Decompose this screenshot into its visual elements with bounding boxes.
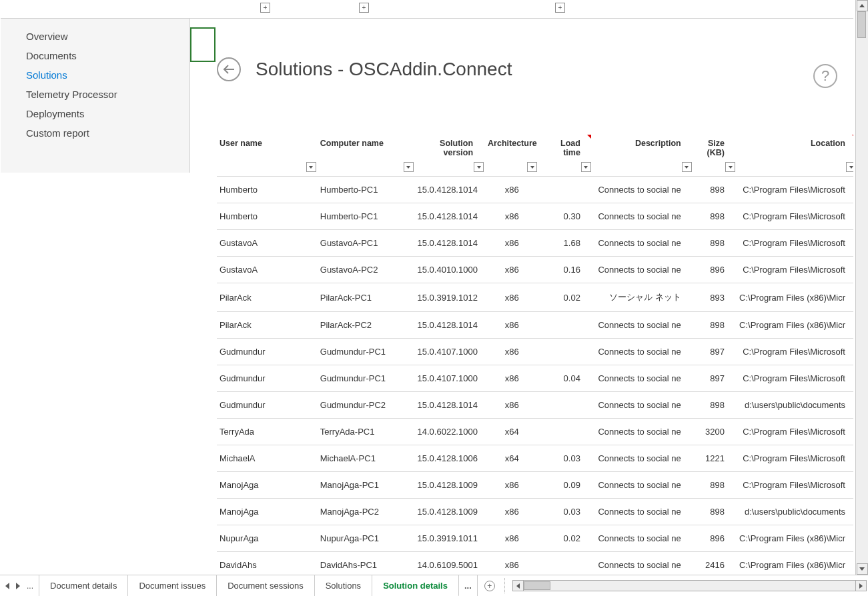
column-label: Computer name (320, 139, 384, 148)
table-cell: 0.02 (538, 525, 592, 552)
table-row[interactable]: GudmundurGudmundur-PC215.0.4128.1014x86C… (217, 392, 853, 419)
table-cell: 15.0.4128.1014 (415, 392, 486, 419)
table-cell: x86 (485, 177, 538, 203)
tab-nav-more[interactable]: ... (27, 581, 33, 591)
column-filter-button[interactable] (581, 162, 591, 172)
table-cell: 15.0.4128.1014 (415, 230, 486, 257)
table-cell: DavidAhs (217, 552, 318, 575)
table-row[interactable]: ManojAgaManojAga-PC115.0.4128.1009x860.0… (217, 472, 853, 499)
table-row[interactable]: NupurAgaNupurAga-PC115.0.3919.1011x860.0… (217, 525, 853, 552)
scroll-left-button[interactable] (512, 580, 524, 591)
sidebar-item-custom-report[interactable]: Custom report (1, 123, 189, 143)
table-row[interactable]: ManojAgaManojAga-PC215.0.4128.1009x860.0… (217, 499, 853, 525)
table-row[interactable]: PilarAckPilarAck-PC115.0.3919.1012x860.0… (217, 283, 853, 312)
sidebar-item-overview[interactable]: Overview (1, 27, 189, 46)
table-cell: 0.30 (538, 203, 592, 230)
outline-expand-button[interactable]: + (555, 3, 565, 13)
tab-scroll-right-icon[interactable] (16, 583, 20, 589)
table-cell: C:\Program Files (x86)\Micr (737, 525, 853, 552)
scroll-up-button[interactable] (857, 0, 868, 11)
table-row[interactable]: DavidAhsDavidAhs-PC114.0.6109.5001x86Con… (217, 552, 853, 575)
table-cell: 898 (693, 472, 737, 499)
scroll-right-button[interactable] (855, 580, 867, 591)
page-header: Solutions - OSCAddin.Connect (190, 19, 853, 81)
table-cell: PilarAck-PC1 (318, 283, 415, 312)
table-cell: x64 (485, 419, 538, 445)
table-cell: 897 (693, 365, 737, 392)
table-cell: C:\Program Files (x86)\Micr (737, 552, 853, 575)
tab-nav-controls: ... (0, 575, 39, 596)
column-filter-button[interactable] (404, 162, 414, 172)
table-cell: 3200 (693, 419, 737, 445)
table-cell: x86 (485, 365, 538, 392)
tab-solution-details[interactable]: Solution details (372, 575, 459, 596)
tab-document-details[interactable]: Document details (39, 575, 128, 596)
table-row[interactable]: GudmundurGudmundur-PC115.0.4107.1000x860… (217, 365, 853, 392)
table-cell: x86 (485, 525, 538, 552)
table-cell: Humberto (217, 203, 318, 230)
column-filter-button[interactable] (474, 162, 484, 172)
help-button[interactable]: ? (813, 64, 837, 88)
table-cell: GustavoA-PC1 (318, 230, 415, 257)
table-row[interactable]: HumbertoHumberto-PC115.0.4128.1014x86Con… (217, 177, 853, 203)
outline-expand-button[interactable]: + (260, 3, 270, 13)
table-cell: 15.0.4128.1009 (415, 472, 486, 499)
tab-document-issues[interactable]: Document issues (128, 575, 217, 596)
table-cell: Gudmundur-PC1 (318, 339, 415, 365)
sidebar-item-documents[interactable]: Documents (1, 46, 189, 65)
column-header: User name (217, 132, 318, 177)
horizontal-scrollbar[interactable] (511, 575, 868, 596)
column-filter-button[interactable] (846, 162, 853, 172)
column-header: Architecture (485, 132, 538, 177)
table-cell: x86 (485, 230, 538, 257)
outline-expand-button[interactable]: + (359, 3, 369, 13)
column-label: Size (KB) (707, 139, 725, 157)
sidebar-item-deployments[interactable]: Deployments (1, 104, 189, 123)
page-title: Solutions - OSCAddin.Connect (256, 59, 512, 80)
table-cell: Connects to social ne (592, 257, 693, 283)
table-cell: 15.0.4128.1014 (415, 177, 486, 203)
vscroll-track[interactable] (857, 11, 868, 563)
table-cell: 14.0.6109.5001 (415, 552, 486, 575)
column-filter-button[interactable] (682, 162, 692, 172)
column-filter-button[interactable] (527, 162, 537, 172)
column-filter-button[interactable] (306, 162, 316, 172)
column-header: Computer name (318, 132, 415, 177)
tab-scroll-left-icon[interactable] (5, 583, 9, 589)
scroll-down-button[interactable] (857, 563, 868, 575)
tabs-overflow-button[interactable]: ... (459, 575, 478, 596)
sidebar-item-telemetry-processor[interactable]: Telemetry Processor (1, 85, 189, 104)
table-cell: x86 (485, 339, 538, 365)
table-cell: ManojAga-PC1 (318, 472, 415, 499)
add-sheet-button[interactable]: + (478, 575, 502, 596)
table-cell: 898 (693, 312, 737, 339)
column-header: Size (KB) (693, 132, 737, 177)
sidebar-item-solutions[interactable]: Solutions (1, 65, 189, 85)
table-row[interactable]: GustavoAGustavoA-PC215.0.4010.1000x860.1… (217, 257, 853, 283)
column-filter-button[interactable] (725, 162, 735, 172)
table-row[interactable]: PilarAckPilarAck-PC215.0.4128.1014x86Con… (217, 312, 853, 339)
hscroll-thumb[interactable] (524, 581, 550, 590)
table-cell: Gudmundur-PC2 (318, 392, 415, 419)
table-row[interactable]: MichaelAMichaelA-PC115.0.4128.1006x640.0… (217, 445, 853, 472)
hscroll-track[interactable] (524, 580, 855, 591)
vscroll-thumb[interactable] (857, 11, 866, 38)
vertical-scrollbar[interactable] (855, 0, 868, 575)
table-row[interactable]: GustavoAGustavoA-PC115.0.4128.1014x861.6… (217, 230, 853, 257)
table-cell: Connects to social ne (592, 472, 693, 499)
back-button[interactable] (217, 57, 241, 81)
table-cell: PilarAck (217, 312, 318, 339)
tab-document-sessions[interactable]: Document sessions (217, 575, 314, 596)
tab-solutions[interactable]: Solutions (315, 575, 372, 596)
table-cell (538, 177, 592, 203)
table-row[interactable]: GudmundurGudmundur-PC115.0.4107.1000x86C… (217, 339, 853, 365)
table-cell: MichaelA-PC1 (318, 445, 415, 472)
table-row[interactable]: HumbertoHumberto-PC115.0.4128.1014x860.3… (217, 203, 853, 230)
table-cell: 15.0.4010.1000 (415, 257, 486, 283)
table-cell: 14.0.6022.1000 (415, 419, 486, 445)
table-cell: NupurAga (217, 525, 318, 552)
table-cell: 1.68 (538, 230, 592, 257)
table-row[interactable]: TerryAdaTerryAda-PC114.0.6022.1000x64Con… (217, 419, 853, 445)
table-cell: ManojAga (217, 472, 318, 499)
table-cell (538, 419, 592, 445)
